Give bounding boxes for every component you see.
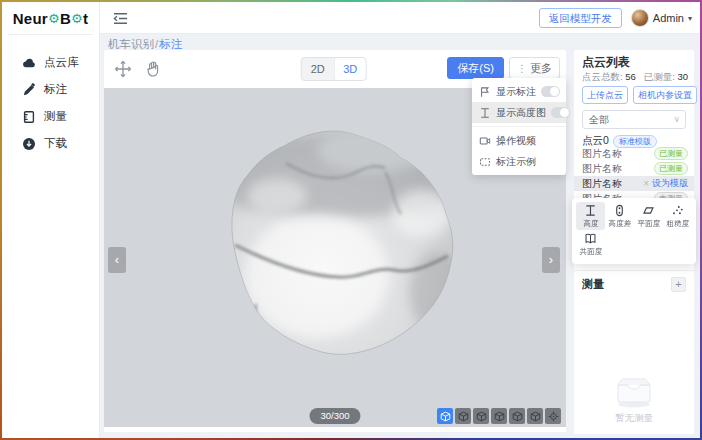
list-item[interactable]: 图片名称 已测量 bbox=[574, 161, 694, 176]
upload-pointcloud-button[interactable]: 上传点云 bbox=[582, 86, 628, 104]
pan-move-icon[interactable] bbox=[114, 60, 132, 78]
cloud-icon bbox=[22, 56, 36, 70]
collapse-menu-icon bbox=[113, 12, 128, 25]
view-3d-button[interactable]: 3D bbox=[334, 58, 366, 80]
screenshot-gradient-frame: Neur⚙B⚙t 点云库 标注 测量 下载 返 bbox=[0, 0, 702, 440]
view-front-button[interactable] bbox=[437, 408, 453, 424]
user-menu[interactable]: Admin ▾ bbox=[631, 9, 692, 27]
view-back-button[interactable] bbox=[455, 408, 471, 424]
view-orientation-buttons bbox=[437, 408, 561, 424]
username: Admin bbox=[653, 12, 684, 24]
view-mode-switch: 2D 3D bbox=[301, 57, 367, 81]
panel-stats: 点云总数: 56 已测量: 30 bbox=[582, 71, 688, 84]
pen-icon bbox=[22, 83, 36, 97]
neurobot-app: Neur⚙B⚙t 点云库 标注 测量 下载 返 bbox=[2, 2, 700, 438]
tool-label: 共面度 bbox=[579, 246, 602, 256]
logo-text: B bbox=[60, 10, 71, 27]
save-button[interactable]: 保存(S) bbox=[447, 57, 504, 79]
tool-label: 平面度 bbox=[637, 218, 660, 228]
image-name: 图片名称 bbox=[582, 177, 643, 191]
image-name: 图片名称 bbox=[582, 162, 654, 176]
more-dropdown-menu: 显示标注 显示高度图 操作视频 标注示例 bbox=[472, 78, 566, 175]
panel-buttons: 上传点云 相机内参设置 bbox=[582, 86, 686, 104]
prev-image-arrow[interactable]: ‹ bbox=[108, 247, 126, 273]
reset-view-button[interactable] bbox=[545, 408, 561, 424]
view-left-button[interactable] bbox=[473, 408, 489, 424]
content-area: 机车识别/标注 2D 3D 保存(S) ⋮ 更多 bbox=[100, 34, 700, 438]
camera-params-button[interactable]: 相机内参设置 bbox=[633, 86, 697, 104]
stat-total: 点云总数: 56 bbox=[582, 71, 636, 84]
menu-item-label: 显示标注 bbox=[496, 85, 536, 99]
tooth-3d-model bbox=[222, 126, 474, 374]
tool-label: 粗糙度 bbox=[666, 218, 689, 228]
sidebar-item-measure[interactable]: 测量 bbox=[2, 103, 99, 130]
flatness-parallelogram-icon bbox=[642, 204, 655, 217]
header-right-group: 返回模型开发 Admin ▾ bbox=[539, 2, 692, 34]
measure-title: 测量 bbox=[582, 277, 604, 292]
view-top-button[interactable] bbox=[509, 408, 525, 424]
image-name: 图片名称 bbox=[582, 147, 654, 161]
sidebar-item-label: 下载 bbox=[44, 136, 67, 151]
next-image-arrow[interactable]: › bbox=[542, 247, 560, 273]
breadcrumb-current[interactable]: 标注 bbox=[159, 38, 182, 50]
sidebar-item-label: 标注 bbox=[44, 82, 67, 97]
add-measure-button[interactable]: + bbox=[671, 277, 686, 292]
back-to-model-dev-button[interactable]: 返回模型开发 bbox=[539, 8, 622, 28]
height-ibeam-icon bbox=[479, 107, 491, 119]
filter-select[interactable]: 全部 ∨ bbox=[582, 110, 686, 129]
panel-title: 点云列表 bbox=[582, 54, 630, 71]
list-item[interactable]: 图片名称 已测量 bbox=[574, 146, 694, 161]
set-as-template-link[interactable]: 设为模版 bbox=[652, 177, 688, 190]
roughness-dots-icon bbox=[671, 204, 684, 217]
more-button-label: 更多 bbox=[530, 61, 552, 76]
list-item-selected[interactable]: 图片名称 × 设为模版 bbox=[574, 176, 694, 191]
sidebar-item-annotate[interactable]: 标注 bbox=[2, 76, 99, 103]
sidebar-collapse-button[interactable] bbox=[113, 11, 128, 29]
sidebar-item-download[interactable]: 下载 bbox=[2, 130, 99, 157]
sidebar-item-label: 点云库 bbox=[44, 55, 79, 70]
tool-height-diff[interactable]: 高度差 bbox=[605, 202, 634, 230]
breadcrumb-parent[interactable]: 机车识别 bbox=[108, 38, 154, 50]
tool-roughness[interactable]: 粗糙度 bbox=[663, 202, 692, 230]
sidebar-item-pointcloud-lib[interactable]: 点云库 bbox=[2, 49, 99, 76]
menu-item-show-annotations[interactable]: 显示标注 bbox=[472, 81, 566, 102]
view-right-button[interactable] bbox=[491, 408, 507, 424]
menu-item-label: 操作视频 bbox=[496, 134, 559, 148]
top-header: 返回模型开发 Admin ▾ bbox=[100, 2, 700, 34]
avatar bbox=[631, 9, 649, 27]
status-badge: 已测量 bbox=[654, 162, 688, 175]
menu-item-label: 显示高度图 bbox=[496, 106, 546, 120]
measure-section-header: 测量 + bbox=[574, 270, 694, 292]
gear-icon: ⚙ bbox=[48, 11, 60, 26]
filter-select-value: 全部 bbox=[589, 114, 609, 125]
video-icon bbox=[479, 135, 491, 147]
show-annotations-toggle[interactable] bbox=[541, 86, 560, 97]
menu-divider bbox=[472, 126, 566, 127]
tool-coplanarity[interactable]: 共面度 bbox=[576, 230, 605, 258]
menu-item-annotation-example[interactable]: 标注示例 bbox=[472, 151, 566, 172]
menu-item-show-heightmap[interactable]: 显示高度图 bbox=[472, 102, 566, 123]
tool-label: 高度 bbox=[583, 218, 598, 228]
empty-box-icon bbox=[610, 372, 658, 408]
view-2d-button[interactable]: 2D bbox=[302, 58, 334, 80]
hand-drag-icon[interactable] bbox=[144, 60, 162, 78]
more-button[interactable]: ⋮ 更多 bbox=[509, 57, 560, 79]
show-heightmap-toggle[interactable] bbox=[551, 107, 570, 118]
tool-label: 高度差 bbox=[608, 218, 631, 228]
coplanarity-book-icon bbox=[584, 232, 597, 245]
tool-flatness[interactable]: 平面度 bbox=[634, 202, 663, 230]
logo-text: Neur bbox=[13, 10, 48, 27]
close-icon[interactable]: × bbox=[643, 178, 649, 189]
height-diff-icon bbox=[613, 204, 626, 217]
download-icon bbox=[22, 137, 36, 151]
tool-height[interactable]: 高度 bbox=[576, 202, 605, 230]
toolbar-left-group bbox=[114, 60, 162, 78]
sidebar: Neur⚙B⚙t 点云库 标注 测量 下载 bbox=[2, 2, 100, 438]
empty-state: 暂无测量 bbox=[574, 372, 694, 425]
menu-item-tutorial-video[interactable]: 操作视频 bbox=[472, 130, 566, 151]
sidebar-item-label: 测量 bbox=[44, 109, 67, 124]
view-bottom-button[interactable] bbox=[527, 408, 543, 424]
pagination-counter: 30/300 bbox=[309, 408, 360, 424]
logo-text: t bbox=[83, 10, 88, 27]
example-frame-icon bbox=[479, 156, 491, 168]
